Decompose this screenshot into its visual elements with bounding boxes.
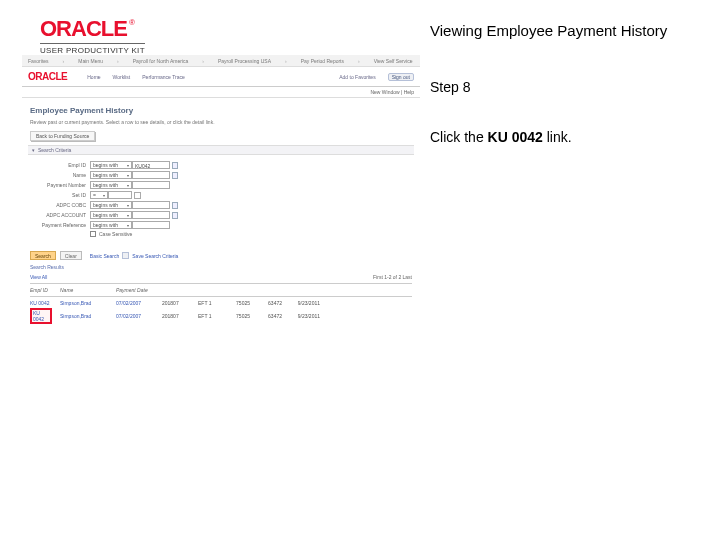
search-criteria-bar[interactable]: ▾Search Criteria (28, 145, 414, 155)
results-header: Search Results (22, 262, 420, 272)
form-row: Payment Reference begins with▾ (30, 221, 412, 229)
adpc-account-input[interactable] (132, 211, 170, 219)
tool-icon[interactable] (122, 252, 129, 259)
field-label: ADPC ACCOUNT (30, 212, 90, 218)
page-intro: Review past or current payments. Select … (22, 119, 420, 131)
name-input[interactable] (132, 171, 170, 179)
chevron-down-icon: ▾ (127, 213, 129, 218)
form-row: ADPC COBC begins with▾ (30, 201, 412, 209)
add-favorites-link[interactable]: Add to Favorites (339, 74, 375, 80)
field-label: Payment Reference (30, 222, 90, 228)
breadcrumb-item[interactable]: Main Menu (78, 58, 103, 64)
nav-home[interactable]: Home (87, 74, 100, 80)
adpc-cobc-input[interactable] (132, 201, 170, 209)
chevron-down-icon: ▾ (127, 163, 129, 168)
form-row: Set ID =▾ (30, 191, 412, 199)
col-empl: Empl ID (30, 287, 52, 293)
nav-perf[interactable]: Performance Trace (142, 74, 185, 80)
app-window: Favorites › Main Menu › Payroll for Nort… (22, 55, 420, 325)
page-title: Viewing Employee Payment History (420, 0, 720, 55)
breadcrumb-sep: › (358, 58, 360, 64)
lookup-icon[interactable] (172, 212, 178, 219)
filter-bar: Search Clear Basic Search Save Search Cr… (22, 245, 420, 262)
op-select[interactable]: begins with▾ (90, 201, 132, 209)
results-table: View All First 1-2 of 2 Last Empl ID Nam… (30, 274, 412, 325)
instruction-link-text: KU 0042 (488, 129, 543, 145)
empl-id-input[interactable]: KU042 (132, 161, 170, 169)
oracle-product-label: USER PRODUCTIVITY KIT (40, 43, 145, 55)
chevron-down-icon: ▾ (127, 173, 129, 178)
col-name: Name (60, 287, 108, 293)
field-label: Payment Number (30, 182, 90, 188)
chevron-down-icon: ▾ (103, 193, 105, 198)
basic-search-link[interactable]: Basic Search (90, 253, 119, 259)
form-row: Empl ID begins with▾ KU042 (30, 161, 412, 169)
table-header-row: Empl ID Name Payment Date (30, 286, 412, 294)
chevron-down-icon: ▾ (127, 223, 129, 228)
oracle-logo: ORACLE® USER PRODUCTIVITY KIT (40, 18, 420, 55)
instruction-text: Click the KU 0042 link. (430, 125, 710, 150)
form-row: Name begins with▾ (30, 171, 412, 179)
lookup-icon[interactable] (172, 202, 178, 209)
payment-ref-input[interactable] (132, 221, 170, 229)
search-form: Empl ID begins with▾ KU042 Name begins w… (22, 155, 420, 245)
instruction-panel: Step 8 Click the KU 0042 link. (420, 55, 720, 540)
name-link[interactable]: Simpson,Brad (60, 300, 108, 306)
results-pager[interactable]: First 1-2 of 2 Last (373, 274, 412, 280)
op-select[interactable]: begins with▾ (90, 171, 132, 179)
form-row: Case Sensitive (30, 231, 412, 237)
breadcrumb-sep: › (202, 58, 204, 64)
breadcrumb-item[interactable]: Pay Period Reports (301, 58, 344, 64)
screenshot-panel: Favorites › Main Menu › Payroll for Nort… (0, 55, 420, 540)
field-label: Name (30, 172, 90, 178)
field-label: ADPC COBC (30, 202, 90, 208)
setid-input[interactable] (108, 191, 132, 199)
app-header: ORACLE Home Worklist Performance Trace A… (22, 67, 420, 87)
ku0042-link[interactable]: KU 0042 (30, 308, 52, 324)
empl-id-link[interactable]: KU 0042 (30, 300, 52, 306)
oracle-small-logo: ORACLE (28, 71, 67, 82)
back-button[interactable]: Back to Funding Source (30, 131, 95, 141)
table-row: KU 0042 Simpson,Brad 07/02/2007 201807 E… (30, 299, 412, 307)
sign-out-button[interactable]: Sign out (388, 73, 414, 81)
save-search-link[interactable]: Save Search Criteria (132, 253, 178, 259)
lookup-icon[interactable] (172, 172, 178, 179)
breadcrumb-item[interactable]: Payroll for North America (133, 58, 189, 64)
op-select[interactable]: =▾ (90, 191, 108, 199)
view-all-link[interactable]: View All (30, 274, 47, 280)
clear-button[interactable]: Clear (60, 251, 82, 260)
search-button[interactable]: Search (30, 251, 56, 260)
name-link[interactable]: Simpson,Brad (60, 313, 108, 319)
form-row: Payment Number begins with▾ (30, 181, 412, 189)
case-sensitive-checkbox[interactable] (90, 231, 96, 237)
breadcrumb-sep: › (285, 58, 287, 64)
oracle-word: ORACLE (40, 16, 127, 41)
breadcrumb-item[interactable]: Payroll Processing USA (218, 58, 271, 64)
lookup-icon[interactable] (172, 162, 178, 169)
field-label: Set ID (30, 192, 90, 198)
page-heading: Employee Payment History (22, 98, 420, 119)
op-select[interactable]: begins with▾ (90, 181, 132, 189)
header-left: ORACLE® USER PRODUCTIVITY KIT (0, 0, 420, 55)
payment-number-input[interactable] (132, 181, 170, 189)
nav-worklist[interactable]: Worklist (113, 74, 131, 80)
col-date: Payment Date (116, 287, 154, 293)
chevron-down-icon: ▾ (127, 203, 129, 208)
triangle-down-icon: ▾ (32, 147, 35, 153)
form-row: ADPC ACCOUNT begins with▾ (30, 211, 412, 219)
op-select[interactable]: begins with▾ (90, 211, 132, 219)
table-row: KU 0042 Simpson,Brad 07/02/2007 201807 E… (30, 307, 412, 325)
chevron-down-icon: ▾ (127, 183, 129, 188)
breadcrumb-sep: › (63, 58, 65, 64)
breadcrumb-sep: › (117, 58, 119, 64)
calendar-icon[interactable] (134, 192, 141, 199)
breadcrumb-item[interactable]: View Self Service (374, 58, 413, 64)
breadcrumb-item[interactable]: Favorites (28, 58, 49, 64)
window-tools[interactable]: New Window | Help (22, 87, 420, 98)
breadcrumb: Favorites › Main Menu › Payroll for Nort… (22, 55, 420, 67)
step-label: Step 8 (430, 75, 710, 100)
case-sensitive-label: Case Sensitive (99, 231, 132, 237)
op-select[interactable]: begins with▾ (90, 221, 132, 229)
op-select[interactable]: begins with▾ (90, 161, 132, 169)
field-label: Empl ID (30, 162, 90, 168)
